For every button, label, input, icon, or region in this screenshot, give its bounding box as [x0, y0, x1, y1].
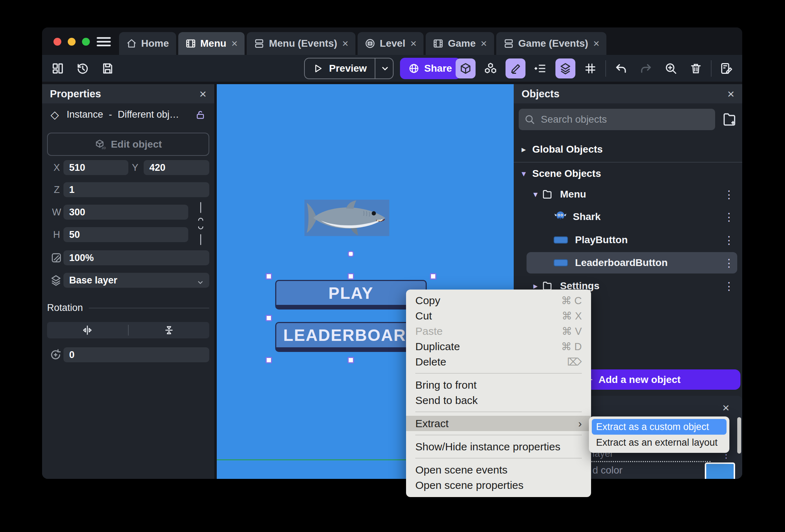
delete-key-icon: ⌦ — [567, 356, 582, 368]
instances-list-icon[interactable] — [530, 58, 550, 78]
flip-horizontal-button[interactable] — [47, 324, 128, 336]
tab-close-icon[interactable]: × — [410, 38, 417, 49]
events-icon — [254, 38, 265, 49]
redo-icon[interactable] — [636, 58, 656, 78]
x-input[interactable]: 510 — [63, 160, 128, 175]
menu-item-label: Cut — [415, 310, 432, 322]
tab-game-events[interactable]: Game (Events) × — [496, 32, 607, 55]
selection-handle-top-right[interactable] — [430, 273, 436, 280]
layers-tool-icon[interactable] — [555, 58, 575, 78]
search-box[interactable] — [519, 109, 715, 130]
menu-item-paste[interactable]: Paste ⌘ V — [406, 323, 591, 339]
more-vert-icon[interactable]: ⋮ — [724, 188, 734, 201]
menu-item-delete[interactable]: Delete ⌦ — [406, 354, 591, 369]
selection-handle-mid-left[interactable] — [266, 315, 272, 321]
edit-tool-icon[interactable] — [506, 58, 525, 78]
zoom-in-icon[interactable] — [661, 58, 681, 78]
selection-handle-top-left[interactable] — [266, 273, 272, 280]
shark-sprite[interactable] — [304, 200, 389, 236]
more-vert-icon[interactable]: ⋮ — [724, 211, 734, 223]
instance-separator: - — [109, 109, 112, 120]
flip-vertical-button[interactable] — [129, 324, 210, 336]
global-objects-header[interactable]: ▸ Global Objects — [514, 141, 742, 157]
tree-row-playbutton[interactable]: PlayButton ⋮ — [514, 230, 742, 250]
tab-close-icon[interactable]: × — [480, 38, 487, 49]
tab-close-icon[interactable]: × — [592, 38, 600, 49]
tab-level[interactable]: Level × — [358, 32, 424, 55]
scene-properties-icon[interactable] — [717, 58, 737, 78]
scene-objects-header[interactable]: ▾ Scene Objects — [514, 165, 742, 181]
more-vert-icon[interactable]: ⋮ — [724, 257, 734, 269]
menu-item-open-scene-events[interactable]: Open scene events — [406, 462, 591, 477]
menu-item-bring-to-front[interactable]: Bring to front — [406, 377, 591, 393]
instance-object-name: Different obj… — [118, 109, 179, 120]
objects-tool-icon[interactable] — [456, 58, 476, 78]
selection-handle-top-center[interactable] — [348, 273, 354, 280]
tree-row-menu-folder[interactable]: ▾ Menu ⋮ — [514, 184, 742, 204]
selection-handle-bottom-center[interactable] — [348, 357, 354, 363]
submenu-item-extract-custom-object[interactable]: Extract as a custom object — [592, 419, 727, 435]
menu-item-send-to-back[interactable]: Send to back — [406, 393, 591, 408]
toolbar-right-group — [456, 55, 737, 82]
submenu-item-extract-external-layout[interactable]: Extract as an external layout — [592, 435, 727, 450]
trash-icon[interactable] — [686, 58, 706, 78]
w-input[interactable]: 300 — [63, 205, 188, 220]
menu-item-show-hide-instance-properties[interactable]: Show/Hide instance properties — [406, 439, 591, 454]
unlock-icon[interactable] — [195, 109, 206, 120]
traffic-light-minimize-icon[interactable] — [68, 38, 76, 46]
object-name: Menu — [560, 189, 586, 200]
layer-select[interactable]: Base layer — [63, 273, 209, 288]
tree-row-shark[interactable]: Shark ⋮ — [514, 207, 742, 227]
h-input[interactable]: 50 — [63, 227, 188, 242]
play-button-instance[interactable]: PLAY — [275, 280, 427, 310]
share-button[interactable]: Share — [400, 58, 461, 79]
preview-button[interactable]: Preview — [304, 58, 394, 79]
home-icon — [126, 38, 137, 49]
more-vert-icon[interactable]: ⋮ — [724, 280, 734, 292]
hamburger-menu-icon[interactable] — [96, 37, 111, 47]
search-input[interactable] — [541, 114, 709, 125]
menu-item-open-scene-properties[interactable]: Open scene properties — [406, 477, 591, 493]
opacity-input[interactable]: 100% — [63, 250, 209, 265]
layer-select-value: Base layer — [69, 275, 117, 286]
z-input[interactable]: 1 — [63, 182, 209, 197]
close-icon[interactable]: × — [727, 88, 734, 100]
angle-input[interactable]: 0 — [63, 347, 209, 362]
add-folder-icon[interactable] — [722, 112, 737, 127]
scrollbar-thumb[interactable] — [737, 417, 741, 454]
tree-row-leaderboardbutton[interactable]: LeaderboardButton ⋮ — [514, 253, 742, 273]
tab-menu[interactable]: Menu × — [178, 32, 245, 55]
menu-item-cut[interactable]: Cut ⌘ X — [406, 308, 591, 323]
background-color-swatch[interactable] — [705, 462, 735, 479]
selection-origin-marker[interactable] — [348, 251, 354, 257]
tab-game[interactable]: Game × — [426, 32, 494, 55]
more-vert-icon[interactable]: ⋮ — [724, 234, 734, 246]
close-icon[interactable]: × — [722, 401, 729, 414]
traffic-light-zoom-icon[interactable] — [82, 38, 90, 46]
project-manager-icon[interactable] — [50, 61, 66, 76]
y-input[interactable]: 420 — [144, 160, 209, 175]
selection-handle-bottom-left[interactable] — [266, 357, 272, 363]
undo-icon[interactable] — [611, 58, 631, 78]
tab-menu-events[interactable]: Menu (Events) × — [247, 32, 355, 55]
link-wh-icon[interactable] — [195, 202, 206, 245]
leaderboard-button-instance[interactable]: LEADERBOARD — [275, 322, 427, 352]
tab-home[interactable]: Home — [119, 32, 176, 55]
menu-item-copy[interactable]: Copy ⌘ C — [406, 293, 591, 308]
menu-item-extract[interactable]: Extract › — [406, 416, 591, 431]
edit-object-button[interactable]: 2D Edit object — [47, 133, 209, 156]
preview-divider — [375, 58, 375, 78]
close-icon[interactable]: × — [199, 88, 206, 100]
grid-icon[interactable] — [580, 58, 600, 78]
diamond-icon: ◇ — [51, 108, 59, 121]
preview-label: Preview — [329, 63, 367, 74]
menu-item-duplicate[interactable]: Duplicate ⌘ D — [406, 339, 591, 354]
tab-close-icon[interactable]: × — [231, 38, 238, 49]
history-icon[interactable] — [75, 61, 91, 76]
save-icon[interactable] — [100, 61, 116, 76]
chevron-down-icon[interactable] — [381, 65, 389, 72]
object-groups-icon[interactable] — [481, 58, 501, 78]
traffic-light-close-icon[interactable] — [53, 38, 61, 46]
opacity-icon — [51, 252, 62, 264]
tab-close-icon[interactable]: × — [342, 38, 349, 49]
